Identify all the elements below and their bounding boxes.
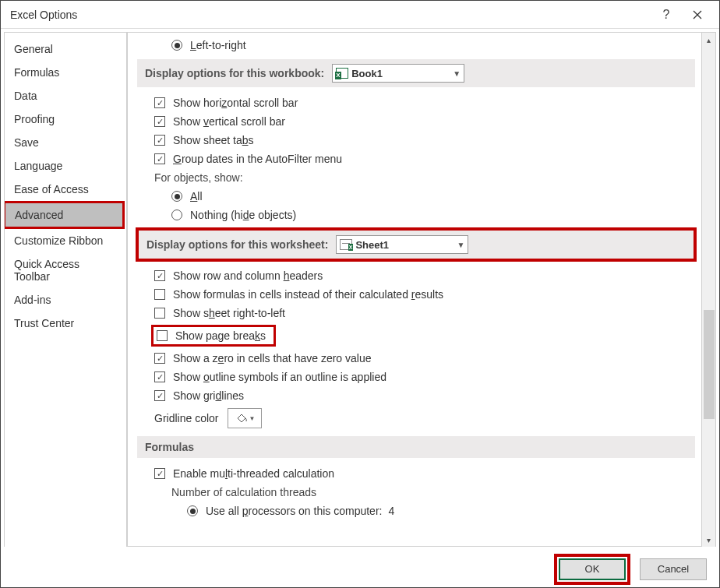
- sidebar-item-add-ins[interactable]: Add-ins: [5, 288, 126, 312]
- help-button[interactable]: ?: [651, 4, 682, 26]
- option-show-zero[interactable]: Show a zero in cells that have zero valu…: [137, 349, 695, 368]
- option-row-column-headers[interactable]: Show row and column headers: [137, 266, 695, 285]
- checkbox-icon: [154, 289, 165, 300]
- section-label: Formulas: [145, 441, 194, 453]
- dialog-footer: OK Cancel: [1, 550, 719, 587]
- option-show-page-breaks[interactable]: Show page breaks: [175, 329, 266, 342]
- sidebar-item-formulas[interactable]: Formulas: [5, 61, 126, 84]
- option-sheet-rtl[interactable]: Show sheet right-to-left: [137, 304, 695, 322]
- option-show-formulas[interactable]: Show formulas in cells instead of their …: [137, 285, 695, 304]
- chevron-down-icon: ▼: [457, 241, 464, 249]
- chevron-down-icon: ▼: [453, 69, 461, 78]
- highlight-worksheet-section: Display options for this worksheet: Shee…: [136, 227, 697, 262]
- workbook-combo[interactable]: Book1 ▼: [332, 64, 464, 83]
- label-number-of-threads: Number of calculation threads: [137, 483, 695, 502]
- option-label: Show sheet right-to-left: [173, 307, 285, 319]
- option-vertical-scrollbar[interactable]: Show vertical scroll bar: [137, 112, 695, 131]
- option-label: Group dates in the AutoFilter menu: [173, 153, 342, 165]
- checkbox-icon: [154, 270, 165, 281]
- close-button[interactable]: [682, 4, 713, 26]
- checkbox-icon: [154, 371, 165, 382]
- highlight-advanced: Advanced: [4, 201, 125, 229]
- section-formulas: Formulas: [137, 436, 695, 458]
- processor-count: 4: [388, 505, 394, 517]
- vertical-scrollbar[interactable]: ▴ ▾: [702, 32, 716, 547]
- option-sheet-tabs[interactable]: Show sheet tabs: [137, 131, 695, 150]
- sidebar-item-general[interactable]: General: [5, 37, 126, 61]
- option-label: Show formulas in cells instead of their …: [173, 288, 443, 301]
- checkbox-icon: [154, 116, 165, 127]
- option-label: Show horizontal scroll bar: [173, 97, 298, 109]
- titlebar: Excel Options ?: [1, 1, 719, 29]
- highlight-ok: OK: [554, 554, 630, 585]
- sidebar-item-trust-center[interactable]: Trust Center: [5, 312, 126, 335]
- radio-icon: [171, 40, 182, 51]
- combo-value: Book1: [351, 68, 383, 79]
- option-label: Show gridlines: [173, 389, 244, 402]
- sidebar-item-customize-ribbon[interactable]: Customize Ribbon: [5, 229, 126, 252]
- checkbox-icon: [154, 308, 165, 319]
- radio-icon: [171, 191, 182, 202]
- gridline-color-picker[interactable]: ▼: [228, 408, 262, 428]
- sidebar-item-language[interactable]: Language: [5, 154, 126, 178]
- section-display-worksheet: Display options for this worksheet: Shee…: [139, 231, 694, 259]
- option-label: Show sheet tabs: [173, 134, 254, 146]
- section-display-workbook: Display options for this workbook: Book1…: [137, 59, 695, 87]
- option-horizontal-scrollbar[interactable]: Show horizontal scroll bar: [137, 93, 695, 112]
- excel-options-dialog: Excel Options ? General Formulas Data Pr…: [0, 0, 720, 588]
- option-label: Show outline symbols if an outline is ap…: [173, 371, 386, 383]
- option-multithreaded-calc[interactable]: Enable multi-threaded calculation: [137, 464, 695, 483]
- sidebar-item-proofing[interactable]: Proofing: [5, 107, 126, 131]
- section-label: Display options for this workbook:: [145, 67, 324, 79]
- excel-sheet-icon: [340, 239, 352, 250]
- option-objects-all[interactable]: All: [137, 187, 695, 206]
- sidebar-item-ease-of-access[interactable]: Ease of Access: [5, 178, 126, 201]
- sidebar-item-advanced[interactable]: Advanced: [5, 203, 122, 227]
- ok-button[interactable]: OK: [559, 558, 626, 580]
- checkbox-icon: [154, 468, 165, 479]
- close-icon: [693, 10, 702, 19]
- option-label: Use all processors on this computer:4: [206, 505, 394, 517]
- advanced-options-panel: Left-to-right Display options for this w…: [127, 32, 702, 547]
- option-label: Show vertical scroll bar: [173, 115, 285, 128]
- scroll-up-icon[interactable]: ▴: [704, 34, 715, 45]
- option-label: Show a zero in cells that have zero valu…: [173, 352, 372, 364]
- option-label: Enable multi-threaded calculation: [173, 467, 334, 480]
- content-wrap: Left-to-right Display options for this w…: [127, 29, 719, 550]
- option-label: Show row and column headers: [173, 269, 323, 282]
- chevron-down-icon: ▼: [249, 415, 256, 422]
- checkbox-icon: [154, 390, 165, 401]
- dialog-body: General Formulas Data Proofing Save Lang…: [1, 29, 719, 550]
- label-gridline-color: Gridline color: [154, 412, 218, 424]
- option-objects-nothing[interactable]: Nothing (hide objects): [137, 206, 695, 224]
- window-title: Excel Options: [10, 9, 651, 21]
- sidebar-item-data[interactable]: Data: [5, 84, 126, 107]
- checkbox-icon: [154, 353, 165, 364]
- option-show-gridlines[interactable]: Show gridlines: [137, 386, 695, 405]
- checkbox-icon: [154, 153, 165, 164]
- paint-bucket-icon: [235, 412, 248, 425]
- checkbox-icon: [154, 97, 165, 108]
- gridline-color-row: Gridline color ▼: [137, 405, 695, 431]
- option-group-dates-autofilter[interactable]: Group dates in the AutoFilter menu: [137, 150, 695, 168]
- radio-icon: [171, 209, 182, 220]
- excel-workbook-icon: [336, 68, 348, 79]
- worksheet-combo[interactable]: Sheet1 ▼: [336, 235, 468, 254]
- option-label: All: [190, 190, 203, 202]
- section-label: Display options for this worksheet:: [146, 238, 328, 251]
- sidebar-item-save[interactable]: Save: [5, 131, 126, 154]
- combo-value: Sheet1: [355, 239, 389, 251]
- option-label: Left-to-right: [190, 39, 246, 51]
- option-use-all-processors[interactable]: Use all processors on this computer:4: [137, 502, 695, 520]
- sidebar-item-quick-access-toolbar[interactable]: Quick Access Toolbar: [5, 252, 126, 288]
- option-outline-symbols[interactable]: Show outline symbols if an outline is ap…: [137, 368, 695, 386]
- highlight-page-breaks: Show page breaks: [151, 325, 276, 347]
- category-sidebar: General Formulas Data Proofing Save Lang…: [4, 32, 127, 547]
- checkbox-icon: [154, 135, 165, 146]
- cancel-button[interactable]: Cancel: [640, 558, 707, 580]
- option-left-to-right[interactable]: Left-to-right: [137, 36, 695, 55]
- scroll-down-icon[interactable]: ▾: [704, 534, 715, 545]
- label-for-objects-show: For objects, show:: [137, 168, 695, 187]
- option-label: Nothing (hide objects): [190, 209, 296, 221]
- scroll-thumb[interactable]: [704, 310, 715, 419]
